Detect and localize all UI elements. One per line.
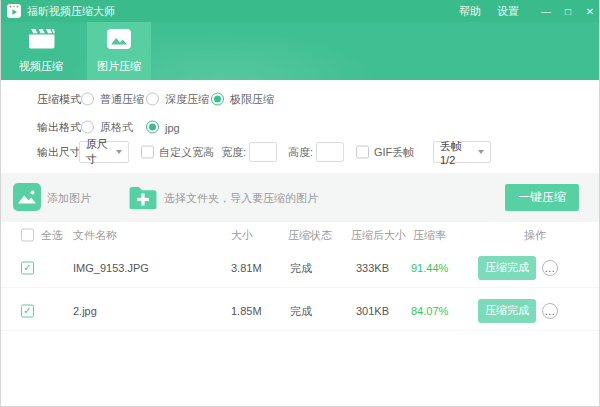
col-filename: 文件名称 xyxy=(73,228,117,243)
compress-mode-label: 压缩模式 xyxy=(37,92,81,107)
radio-normal-compress[interactable]: 普通压缩 xyxy=(81,92,144,107)
titlebar: 福昕视频压缩大师 帮助 设置 — □ ✕ xyxy=(1,0,600,22)
output-format-label: 输出格式 xyxy=(37,120,81,135)
tab-video-compress[interactable]: 视频压缩 xyxy=(9,22,73,80)
col-status: 压缩状态 xyxy=(288,228,332,243)
cell-status: 完成 xyxy=(290,260,312,275)
select-all-checkbox[interactable] xyxy=(21,229,34,242)
output-size-label: 输出尺寸 xyxy=(37,145,81,160)
col-size: 大小 xyxy=(231,228,253,243)
radio-icon xyxy=(146,93,159,106)
compress-mode-row: 压缩模式 普通压缩 深度压缩 极限压缩 xyxy=(1,88,600,110)
width-label: 宽度: xyxy=(221,145,246,160)
checkbox-icon xyxy=(356,146,369,159)
add-image-icon xyxy=(13,183,41,211)
tab-bar: 视频压缩 图片压缩 xyxy=(1,22,600,80)
image-icon xyxy=(107,29,131,53)
select-all-label[interactable]: 全选 xyxy=(41,228,63,243)
tab-image-label: 图片压缩 xyxy=(97,59,141,74)
add-images-label[interactable]: 添加图片 xyxy=(47,190,91,205)
cell-filename: 2.jpg xyxy=(73,305,97,317)
cell-compressed-size: 333KB xyxy=(356,262,389,274)
close-button[interactable]: ✕ xyxy=(579,0,600,22)
cell-size: 1.85M xyxy=(231,305,262,317)
more-options-icon[interactable]: … xyxy=(542,260,558,276)
more-options-icon[interactable]: … xyxy=(542,303,558,319)
app-title: 福昕视频压缩大师 xyxy=(27,4,115,19)
table-header: 全选 文件名称 大小 压缩状态 压缩后大小 压缩率 操作 xyxy=(1,222,600,248)
select-folder-button[interactable] xyxy=(128,185,158,210)
clapperboard-icon xyxy=(28,28,55,53)
cell-status: 完成 xyxy=(290,303,312,318)
select-folder-label[interactable]: 选择文件夹，导入要压缩的图片 xyxy=(164,190,318,205)
gif-dropframe-checkbox[interactable]: GIF丢帧 xyxy=(356,145,414,160)
output-format-row: 输出格式 原格式 jpg xyxy=(1,116,600,138)
output-size-row: 输出尺寸 原尺寸 自定义宽高 宽度: 高度: GIF丢帧 丢帧1/2 xyxy=(1,141,600,163)
height-label: 高度: xyxy=(288,145,313,160)
table-row: IMG_9153.JPG 3.81M 完成 333KB 91.44% 压缩完成 … xyxy=(1,248,600,288)
cell-filename: IMG_9153.JPG xyxy=(73,262,149,274)
radio-deep-compress[interactable]: 深度压缩 xyxy=(146,92,209,107)
settings-panel: 压缩模式 普通压缩 深度压缩 极限压缩 输出格式 原格式 jpg xyxy=(1,80,600,173)
radio-extreme-compress[interactable]: 极限压缩 xyxy=(211,92,274,107)
size-preset-select[interactable]: 原尺寸 xyxy=(79,141,129,163)
cell-ratio: 84.07% xyxy=(411,305,448,317)
settings-link[interactable]: 设置 xyxy=(497,4,519,19)
radio-icon xyxy=(81,121,94,134)
frame-preset-select[interactable]: 丢帧1/2 xyxy=(433,141,491,163)
folder-plus-icon xyxy=(128,185,158,210)
tab-image-compress[interactable]: 图片压缩 xyxy=(87,22,151,80)
row-checkbox[interactable] xyxy=(21,261,34,274)
radio-icon xyxy=(81,93,94,106)
add-images-button[interactable] xyxy=(13,183,41,211)
chevron-down-icon xyxy=(478,150,484,154)
row-checkbox[interactable] xyxy=(21,304,34,317)
tab-video-label: 视频压缩 xyxy=(19,59,63,74)
app-logo-icon xyxy=(7,4,21,18)
cell-ratio: 91.44% xyxy=(411,262,448,274)
radio-original-format[interactable]: 原格式 xyxy=(81,120,133,135)
compress-done-button[interactable]: 压缩完成 xyxy=(478,256,536,280)
checkbox-icon xyxy=(141,146,154,159)
radio-selected-icon xyxy=(146,121,159,134)
table-row: 2.jpg 1.85M 完成 301KB 84.07% 压缩完成 … xyxy=(1,291,600,331)
help-link[interactable]: 帮助 xyxy=(459,4,481,19)
radio-jpg-format[interactable]: jpg xyxy=(146,121,180,134)
width-input[interactable] xyxy=(249,142,277,162)
file-toolbar: 添加图片 选择文件夹，导入要压缩的图片 一键压缩 xyxy=(1,173,600,222)
compress-all-button[interactable]: 一键压缩 xyxy=(505,184,579,211)
compress-done-button[interactable]: 压缩完成 xyxy=(478,299,536,323)
cell-size: 3.81M xyxy=(231,262,262,274)
col-ratio: 压缩率 xyxy=(413,228,446,243)
maximize-button[interactable]: □ xyxy=(557,0,579,22)
custom-size-checkbox[interactable]: 自定义宽高 xyxy=(141,145,214,160)
col-action: 操作 xyxy=(524,228,546,243)
col-compressed-size: 压缩后大小 xyxy=(351,228,406,243)
titlebar-right: 帮助 设置 — □ ✕ xyxy=(459,0,600,22)
minimize-button[interactable]: — xyxy=(535,0,557,22)
cell-compressed-size: 301KB xyxy=(356,305,389,317)
height-input[interactable] xyxy=(316,142,344,162)
radio-selected-icon xyxy=(211,93,224,106)
chevron-down-icon xyxy=(116,150,122,154)
app-window: 福昕视频压缩大师 帮助 设置 — □ ✕ 视频压缩 xyxy=(0,0,600,407)
